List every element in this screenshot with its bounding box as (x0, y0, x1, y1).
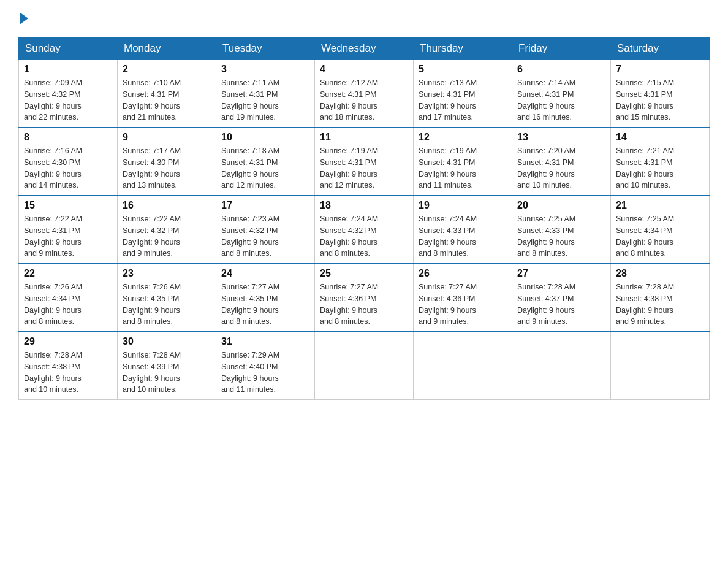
day-number: 29 (24, 336, 112, 347)
day-number: 12 (419, 132, 507, 143)
calendar-cell: 12 Sunrise: 7:19 AMSunset: 4:31 PMDaylig… (414, 128, 512, 196)
day-info: Sunrise: 7:11 AMSunset: 4:31 PMDaylight:… (221, 77, 309, 123)
weekday-header-friday: Friday (512, 37, 611, 60)
day-number: 10 (221, 132, 309, 143)
day-info: Sunrise: 7:28 AMSunset: 4:38 PMDaylight:… (24, 350, 112, 396)
calendar-week-4: 22 Sunrise: 7:26 AMSunset: 4:34 PMDaylig… (19, 264, 710, 332)
day-number: 13 (517, 132, 605, 143)
calendar-cell: 5 Sunrise: 7:13 AMSunset: 4:31 PMDayligh… (414, 60, 512, 128)
day-number: 25 (320, 268, 408, 279)
day-number: 18 (320, 200, 408, 211)
calendar-week-3: 15 Sunrise: 7:22 AMSunset: 4:31 PMDaylig… (19, 196, 710, 264)
day-info: Sunrise: 7:14 AMSunset: 4:31 PMDaylight:… (517, 77, 605, 123)
day-number: 27 (517, 268, 605, 279)
day-number: 5 (419, 64, 507, 75)
calendar-cell: 13 Sunrise: 7:20 AMSunset: 4:31 PMDaylig… (512, 128, 611, 196)
header (18, 12, 710, 25)
day-info: Sunrise: 7:28 AMSunset: 4:38 PMDaylight:… (616, 282, 704, 327)
day-info: Sunrise: 7:25 AMSunset: 4:34 PMDaylight:… (616, 213, 704, 259)
day-info: Sunrise: 7:10 AMSunset: 4:31 PMDaylight:… (123, 77, 211, 123)
day-number: 20 (517, 200, 605, 211)
day-info: Sunrise: 7:24 AMSunset: 4:33 PMDaylight:… (419, 213, 507, 259)
day-number: 6 (517, 64, 605, 75)
day-number: 4 (320, 64, 408, 75)
day-info: Sunrise: 7:26 AMSunset: 4:35 PMDaylight:… (123, 282, 211, 327)
day-number: 3 (221, 64, 309, 75)
calendar-cell: 24 Sunrise: 7:27 AMSunset: 4:35 PMDaylig… (216, 264, 315, 332)
day-number: 22 (24, 268, 112, 279)
day-number: 15 (24, 200, 112, 211)
calendar-cell: 27 Sunrise: 7:28 AMSunset: 4:37 PMDaylig… (512, 264, 611, 332)
day-info: Sunrise: 7:16 AMSunset: 4:30 PMDaylight:… (24, 145, 112, 191)
weekday-header-saturday: Saturday (611, 37, 710, 60)
day-info: Sunrise: 7:13 AMSunset: 4:31 PMDaylight:… (419, 77, 507, 123)
calendar-cell: 16 Sunrise: 7:22 AMSunset: 4:32 PMDaylig… (118, 196, 216, 264)
calendar-week-1: 1 Sunrise: 7:09 AMSunset: 4:32 PMDayligh… (19, 60, 710, 128)
day-info: Sunrise: 7:12 AMSunset: 4:31 PMDaylight:… (320, 77, 408, 123)
calendar-cell: 29 Sunrise: 7:28 AMSunset: 4:38 PMDaylig… (19, 332, 118, 400)
day-info: Sunrise: 7:20 AMSunset: 4:31 PMDaylight:… (517, 145, 605, 191)
day-number: 28 (616, 268, 704, 279)
calendar-cell: 8 Sunrise: 7:16 AMSunset: 4:30 PMDayligh… (19, 128, 118, 196)
day-info: Sunrise: 7:23 AMSunset: 4:32 PMDaylight:… (221, 213, 309, 259)
day-number: 9 (123, 132, 211, 143)
day-number: 31 (221, 336, 309, 347)
day-number: 24 (221, 268, 309, 279)
day-info: Sunrise: 7:18 AMSunset: 4:31 PMDaylight:… (221, 145, 309, 191)
day-info: Sunrise: 7:22 AMSunset: 4:32 PMDaylight:… (123, 213, 211, 259)
calendar-week-2: 8 Sunrise: 7:16 AMSunset: 4:30 PMDayligh… (19, 128, 710, 196)
day-info: Sunrise: 7:28 AMSunset: 4:37 PMDaylight:… (517, 282, 605, 327)
calendar-cell: 20 Sunrise: 7:25 AMSunset: 4:33 PMDaylig… (512, 196, 611, 264)
logo-area (18, 12, 29, 25)
calendar-cell (414, 332, 512, 400)
calendar-table: SundayMondayTuesdayWednesdayThursdayFrid… (18, 37, 710, 400)
calendar-cell: 9 Sunrise: 7:17 AMSunset: 4:30 PMDayligh… (118, 128, 216, 196)
weekday-header-monday: Monday (118, 37, 216, 60)
calendar-cell: 17 Sunrise: 7:23 AMSunset: 4:32 PMDaylig… (216, 196, 315, 264)
day-info: Sunrise: 7:27 AMSunset: 4:35 PMDaylight:… (221, 282, 309, 327)
day-info: Sunrise: 7:27 AMSunset: 4:36 PMDaylight:… (419, 282, 507, 327)
calendar-cell: 18 Sunrise: 7:24 AMSunset: 4:32 PMDaylig… (315, 196, 414, 264)
calendar-cell: 22 Sunrise: 7:26 AMSunset: 4:34 PMDaylig… (19, 264, 118, 332)
calendar-cell: 7 Sunrise: 7:15 AMSunset: 4:31 PMDayligh… (611, 60, 710, 128)
calendar-cell: 23 Sunrise: 7:26 AMSunset: 4:35 PMDaylig… (118, 264, 216, 332)
day-number: 1 (24, 64, 112, 75)
calendar-cell: 19 Sunrise: 7:24 AMSunset: 4:33 PMDaylig… (414, 196, 512, 264)
day-info: Sunrise: 7:21 AMSunset: 4:31 PMDaylight:… (616, 145, 704, 191)
calendar-cell: 15 Sunrise: 7:22 AMSunset: 4:31 PMDaylig… (19, 196, 118, 264)
calendar-body: 1 Sunrise: 7:09 AMSunset: 4:32 PMDayligh… (19, 60, 710, 400)
day-number: 16 (123, 200, 211, 211)
day-info: Sunrise: 7:19 AMSunset: 4:31 PMDaylight:… (419, 145, 507, 191)
logo (18, 12, 29, 25)
day-info: Sunrise: 7:15 AMSunset: 4:31 PMDaylight:… (616, 77, 704, 123)
weekday-header-thursday: Thursday (414, 37, 512, 60)
weekday-header-row: SundayMondayTuesdayWednesdayThursdayFrid… (19, 37, 710, 60)
day-number: 26 (419, 268, 507, 279)
calendar-cell: 1 Sunrise: 7:09 AMSunset: 4:32 PMDayligh… (19, 60, 118, 128)
day-info: Sunrise: 7:24 AMSunset: 4:32 PMDaylight:… (320, 213, 408, 259)
calendar-cell: 2 Sunrise: 7:10 AMSunset: 4:31 PMDayligh… (118, 60, 216, 128)
day-info: Sunrise: 7:17 AMSunset: 4:30 PMDaylight:… (123, 145, 211, 191)
day-info: Sunrise: 7:19 AMSunset: 4:31 PMDaylight:… (320, 145, 408, 191)
day-number: 14 (616, 132, 704, 143)
calendar-cell: 25 Sunrise: 7:27 AMSunset: 4:36 PMDaylig… (315, 264, 414, 332)
day-info: Sunrise: 7:22 AMSunset: 4:31 PMDaylight:… (24, 213, 112, 259)
day-info: Sunrise: 7:09 AMSunset: 4:32 PMDaylight:… (24, 77, 112, 123)
calendar-cell: 21 Sunrise: 7:25 AMSunset: 4:34 PMDaylig… (611, 196, 710, 264)
calendar-cell: 11 Sunrise: 7:19 AMSunset: 4:31 PMDaylig… (315, 128, 414, 196)
day-number: 7 (616, 64, 704, 75)
day-number: 2 (123, 64, 211, 75)
calendar-cell: 6 Sunrise: 7:14 AMSunset: 4:31 PMDayligh… (512, 60, 611, 128)
day-number: 19 (419, 200, 507, 211)
weekday-header-tuesday: Tuesday (216, 37, 315, 60)
logo-triangle-icon (20, 12, 28, 25)
day-number: 17 (221, 200, 309, 211)
day-number: 11 (320, 132, 408, 143)
weekday-header-wednesday: Wednesday (315, 37, 414, 60)
calendar-cell: 26 Sunrise: 7:27 AMSunset: 4:36 PMDaylig… (414, 264, 512, 332)
calendar-cell (512, 332, 611, 400)
day-info: Sunrise: 7:25 AMSunset: 4:33 PMDaylight:… (517, 213, 605, 259)
calendar-cell: 31 Sunrise: 7:29 AMSunset: 4:40 PMDaylig… (216, 332, 315, 400)
calendar-cell: 3 Sunrise: 7:11 AMSunset: 4:31 PMDayligh… (216, 60, 315, 128)
calendar-cell (315, 332, 414, 400)
